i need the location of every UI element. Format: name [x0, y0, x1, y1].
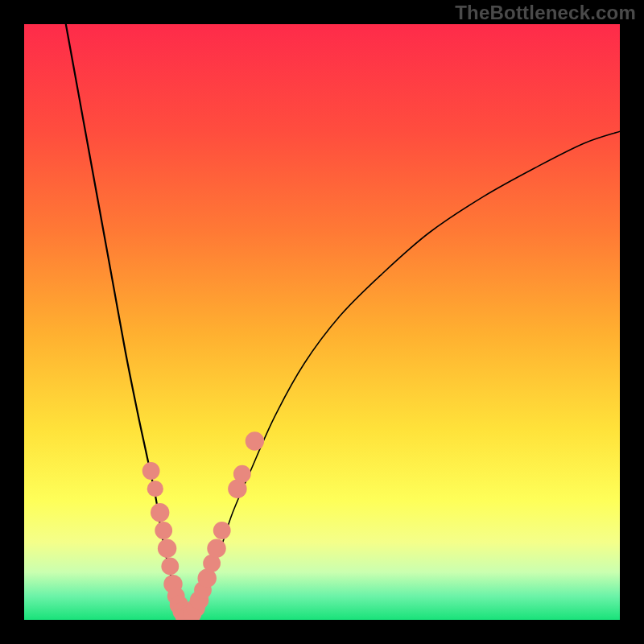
watermark-text: TheBottleneck.com [455, 2, 636, 24]
data-marker [213, 522, 231, 539]
data-marker [207, 539, 225, 558]
data-marker [147, 481, 163, 497]
data-marker [142, 462, 160, 480]
data-marker [155, 522, 172, 539]
data-marker [151, 503, 169, 522]
data-marker [233, 465, 251, 483]
chart-frame: TheBottleneck.com [0, 0, 644, 644]
data-marker [161, 558, 179, 576]
plot-background [24, 24, 620, 620]
bottleneck-plot [24, 24, 620, 620]
data-marker [246, 431, 264, 450]
data-marker [158, 539, 176, 558]
